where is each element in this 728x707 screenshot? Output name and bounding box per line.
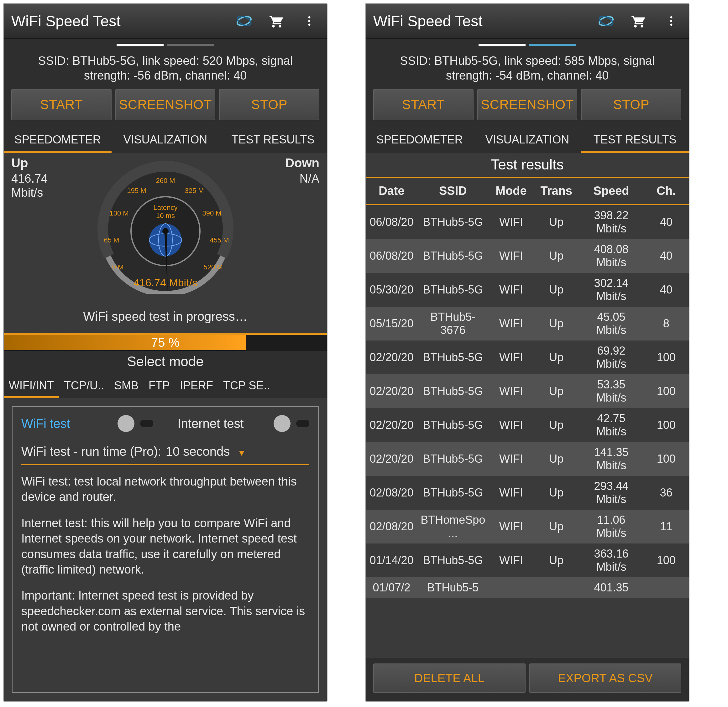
column-header[interactable]: SSID	[417, 178, 488, 205]
table-row[interactable]: 01/14/20BTHub5-5GWIFIUp363.16 Mbit/s100	[366, 544, 689, 577]
table-cell: 45.05 Mbit/s	[579, 307, 643, 341]
table-cell: 100	[644, 374, 689, 408]
latency-value: 10 ms	[156, 212, 175, 219]
subtab-wifi-int[interactable]: WIFI/INT	[4, 373, 59, 398]
table-row[interactable]: 02/20/20BTHub5-5GWIFIUp69.92 Mbit/s100	[366, 341, 689, 374]
results-button-row: DELETE ALL EXPORT AS CSV	[366, 658, 689, 701]
table-cell: BTHub5-5G	[417, 442, 488, 476]
table-cell: Up	[534, 341, 579, 374]
column-header[interactable]: Speed	[579, 178, 643, 205]
tab-visualization[interactable]: VISUALIZATION	[474, 128, 581, 151]
table-cell: BTHub5-5G	[417, 476, 488, 510]
tab-results[interactable]: TEST RESULTS	[219, 128, 327, 151]
upload-value: 416.74	[11, 172, 48, 185]
table-cell	[488, 577, 534, 598]
start-button[interactable]: START	[11, 89, 111, 120]
results-title: Test results	[366, 153, 689, 178]
table-row[interactable]: 05/15/20BTHub5-3676WIFIUp45.05 Mbit/s8	[366, 307, 689, 341]
table-cell: 363.16 Mbit/s	[579, 544, 643, 577]
appbar-right: WiFi Speed Test	[366, 4, 689, 39]
stop-button[interactable]: STOP	[581, 89, 681, 120]
info-para-3: Important: Internet speed test is provid…	[21, 588, 309, 634]
cart-icon[interactable]	[629, 11, 649, 31]
table-cell: 06/08/20	[366, 205, 417, 239]
svg-point-25	[670, 23, 673, 26]
table-cell: BTHub5-5G	[417, 341, 488, 374]
table-cell	[644, 577, 689, 598]
runtime-label: WiFi test - run time (Pro):	[21, 443, 162, 460]
table-cell: 01/14/20	[366, 544, 417, 577]
page-indicator-right	[366, 39, 689, 51]
table-cell: 36	[644, 476, 689, 510]
svg-text:390 M: 390 M	[202, 209, 221, 217]
delete-all-button[interactable]: DELETE ALL	[373, 664, 526, 693]
table-row[interactable]: 02/20/20BTHub5-5GWIFIUp141.35 Mbit/s100	[366, 442, 689, 476]
table-row[interactable]: 02/20/20BTHub5-5GWIFIUp42.75 Mbit/s100	[366, 408, 689, 442]
stop-button[interactable]: STOP	[219, 89, 319, 120]
gauge-reading: 416.74 Mbit/s	[133, 277, 197, 289]
table-cell: 40	[644, 273, 689, 307]
info-text: WiFi test: test local network throughput…	[21, 474, 309, 635]
subtab-smb[interactable]: SMB	[109, 373, 143, 398]
table-row[interactable]: 01/07/2BTHub5-5401.35	[366, 577, 689, 598]
column-header[interactable]: Mode	[488, 178, 534, 205]
info-para-2: Internet test: this will help you to com…	[21, 516, 309, 578]
table-row[interactable]: 05/30/20BTHub5-5GWIFIUp302.14 Mbit/s40	[366, 273, 689, 307]
tab-row-left: SPEEDOMETER VISUALIZATION TEST RESULTS	[4, 128, 327, 153]
main-button-row: START SCREENSHOT STOP	[4, 85, 327, 128]
column-header[interactable]: Trans	[534, 178, 579, 205]
tab-visualization[interactable]: VISUALIZATION	[111, 128, 220, 151]
table-cell: 05/15/20	[366, 307, 417, 341]
upload-unit: Mbit/s	[11, 186, 43, 199]
subtab-tcp-u[interactable]: TCP/U..	[59, 373, 109, 398]
table-cell: 01/07/2	[366, 577, 417, 598]
column-header[interactable]: Date	[366, 178, 417, 205]
table-cell: Up	[534, 239, 579, 273]
table-cell: WIFI	[488, 442, 534, 476]
screenshot-button[interactable]: SCREENSHOT	[477, 89, 578, 120]
subtab-ftp[interactable]: FTP	[143, 373, 175, 398]
appbar-left: WiFi Speed Test	[4, 4, 327, 39]
svg-point-22	[598, 14, 614, 27]
subtab-tcp-se[interactable]: TCP SE..	[218, 373, 275, 398]
table-row[interactable]: 02/20/20BTHub5-5GWIFIUp53.35 Mbit/s100	[366, 374, 689, 408]
export-csv-button[interactable]: EXPORT AS CSV	[529, 664, 682, 693]
tab-results[interactable]: TEST RESULTS	[581, 128, 689, 151]
table-cell: 100	[644, 408, 689, 442]
overflow-icon[interactable]	[299, 11, 319, 31]
runtime-dropdown[interactable]: WiFi test - run time (Pro): 10 seconds ▼	[21, 443, 309, 465]
internet-test-toggle[interactable]	[274, 415, 290, 432]
tab-speedometer[interactable]: SPEEDOMETER	[366, 128, 474, 151]
latency-label: Latency	[153, 203, 178, 211]
promo-icon[interactable]	[596, 11, 616, 31]
svg-text:520 M: 520 M	[204, 263, 222, 271]
svg-text:325 M: 325 M	[185, 187, 204, 195]
screenshot-button[interactable]: SCREENSHOT	[115, 89, 215, 120]
table-row[interactable]: 06/08/20BTHub5-5GWIFIUp398.22 Mbit/s40	[366, 205, 689, 239]
subtab-iperf[interactable]: IPERF	[175, 373, 218, 398]
svg-text:455 M: 455 M	[209, 236, 229, 244]
table-cell: BTHub5-5	[417, 577, 488, 598]
table-row[interactable]: 02/08/20BTHomeSpo...WIFIUp11.06 Mbit/s11	[366, 510, 689, 544]
table-row[interactable]: 02/08/20BTHub5-5GWIFIUp293.44 Mbit/s36	[366, 476, 689, 510]
page-dot	[529, 44, 576, 46]
table-cell: WIFI	[488, 239, 534, 273]
table-row[interactable]: 06/08/20BTHub5-5GWIFIUp408.08 Mbit/s40	[366, 239, 689, 273]
download-value: N/A	[300, 172, 319, 185]
table-cell: WIFI	[488, 341, 534, 374]
table-cell: WIFI	[488, 205, 534, 239]
column-header[interactable]: Ch.	[644, 178, 689, 205]
wifi-test-toggle[interactable]	[117, 415, 134, 432]
table-cell	[534, 577, 579, 598]
cart-icon[interactable]	[267, 11, 287, 31]
promo-icon[interactable]	[234, 11, 254, 31]
table-cell: 02/08/20	[366, 510, 417, 544]
table-cell: 02/08/20	[366, 476, 417, 510]
table-cell: WIFI	[488, 544, 534, 577]
tab-speedometer[interactable]: SPEEDOMETER	[4, 128, 111, 151]
svg-text:260 M: 260 M	[156, 177, 175, 185]
table-cell: 408.08 Mbit/s	[579, 239, 643, 273]
start-button[interactable]: START	[373, 89, 474, 120]
table-cell: 11.06 Mbit/s	[579, 510, 643, 544]
overflow-icon[interactable]	[661, 11, 681, 31]
